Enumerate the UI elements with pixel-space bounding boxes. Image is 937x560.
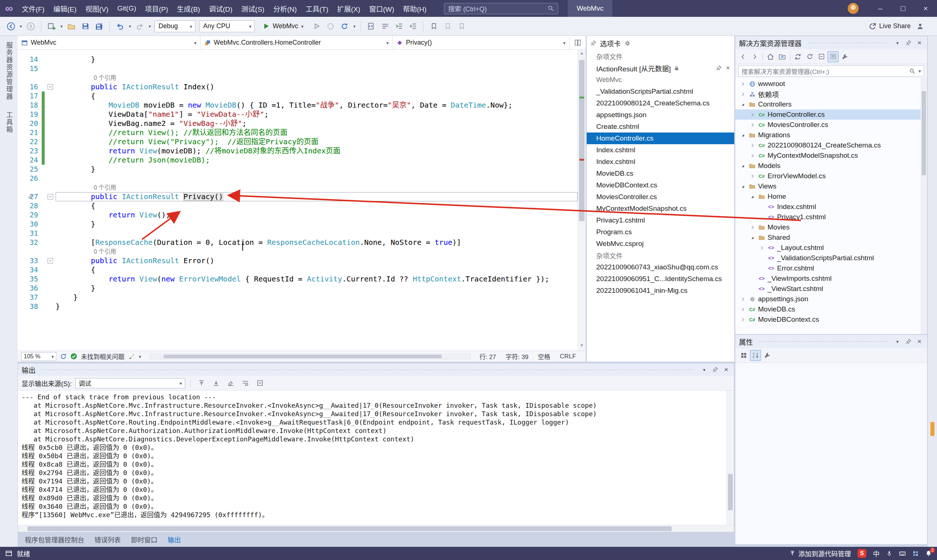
zoom-select[interactable]: 105 % <box>21 352 56 361</box>
user-avatar[interactable] <box>848 3 859 14</box>
codelens-row[interactable]: 0 个引用 <box>18 183 578 192</box>
editor-horizontal-scrollbar[interactable] <box>150 354 471 359</box>
menu-item-0[interactable]: 文件(F) <box>17 0 49 17</box>
properties-button[interactable] <box>839 51 850 62</box>
tab-item[interactable]: HomeController.cs <box>587 132 734 144</box>
tab-item[interactable]: WebMvc.csproj <box>587 238 734 249</box>
navigate-back-dropdown[interactable] <box>18 20 23 33</box>
window-position-dropdown[interactable] <box>894 39 902 47</box>
forward-button[interactable] <box>749 51 760 62</box>
indent-button[interactable] <box>392 20 406 33</box>
close-icon[interactable] <box>725 65 731 72</box>
tab-item[interactable]: 20221009060951_C...IdentitySchema.cs <box>587 273 734 285</box>
code-line[interactable]: 36 } <box>18 284 578 293</box>
panel-tab-2[interactable]: 即时窗口 <box>127 532 162 546</box>
line-operations-button[interactable] <box>378 20 392 33</box>
tab-item[interactable]: _ValidationScriptsPartial.cshtml <box>587 86 734 97</box>
live-share-button[interactable]: Live Share <box>879 22 911 30</box>
refresh-button[interactable] <box>804 51 815 62</box>
tree-item[interactable]: Home <box>735 191 927 202</box>
minimize-button[interactable]: – <box>869 0 892 17</box>
type-dropdown[interactable]: WebMvc.Controllers.HomeController <box>201 36 393 49</box>
chevron-right-icon[interactable] <box>739 81 746 87</box>
menu-item-7[interactable]: 测试(S) <box>237 0 269 17</box>
output-source-select[interactable]: 调试 <box>75 378 185 388</box>
chevron-expanded-icon[interactable] <box>739 163 746 169</box>
close-button[interactable]: × <box>914 0 937 17</box>
tree-item[interactable]: Shared <box>735 232 927 243</box>
menu-item-2[interactable]: 视图(V) <box>81 0 113 17</box>
ime-mode-indicator[interactable]: 中 <box>873 549 880 558</box>
close-icon[interactable] <box>915 39 923 47</box>
code-line[interactable]: 19 ViewData["name1"] = "ViewData--小舒"; <box>18 110 578 119</box>
collapse-all-button[interactable] <box>816 51 827 62</box>
menu-item-5[interactable]: 生成(B) <box>172 0 204 17</box>
chevron-expanded-icon[interactable] <box>748 235 756 240</box>
code-line[interactable]: 32 [ResponseCache(Duration = 0, Location… <box>18 238 578 247</box>
member-dropdown[interactable]: Privacy() <box>393 36 569 49</box>
tab-item[interactable]: Privacy1.cshtml <box>587 214 734 226</box>
navigate-back-button[interactable] <box>5 20 18 33</box>
chevron-expanded-icon[interactable] <box>739 184 746 189</box>
tree-item[interactable]: Models <box>735 161 927 171</box>
tab-item[interactable]: MyContextModelSnapshot.cs <box>587 203 734 214</box>
code-line[interactable]: 20 ViewBag.name2 = "ViewBag--小舒"; <box>18 119 578 128</box>
code-line[interactable]: 16− public IActionResult Index() <box>18 82 578 91</box>
tab-item[interactable]: 20221009061041_inin-Mig.cs <box>587 285 734 297</box>
code-line[interactable]: 21 //return View(); //默认返回和方法名同名的页面 <box>18 128 578 137</box>
hot-reload-button[interactable] <box>338 20 351 33</box>
tab-item[interactable]: MoviesController.cs <box>587 191 734 203</box>
close-icon[interactable] <box>722 366 730 374</box>
panel-tab-0[interactable]: 程序包管理器控制台 <box>20 532 89 546</box>
scrollbar-thumb[interactable] <box>728 474 733 510</box>
gear-icon[interactable] <box>625 40 631 46</box>
chevron-right-icon[interactable] <box>748 143 756 148</box>
split-view-button[interactable] <box>569 36 586 49</box>
toggle-bookmark-button[interactable] <box>427 20 440 33</box>
chevron-right-icon[interactable] <box>748 122 756 128</box>
code-line[interactable]: 30 } <box>18 220 578 229</box>
tab-item[interactable]: appsettings.json <box>587 109 734 121</box>
code-line[interactable]: 14 } <box>18 55 578 64</box>
chevron-expanded-icon[interactable] <box>748 194 756 200</box>
outdent-button[interactable] <box>406 20 420 33</box>
switch-views-button[interactable] <box>777 51 788 62</box>
editor-vertical-scrollbar[interactable] <box>578 50 586 351</box>
tree-item[interactable]: <>_Layout.cshtml <box>735 243 927 253</box>
tree-item[interactable]: C#MyContextModelSnapshot.cs <box>735 151 927 161</box>
code-line[interactable]: 29 return View(); <box>18 211 578 220</box>
new-project-dropdown[interactable] <box>59 20 64 33</box>
tree-item[interactable]: <>Error.cshtml <box>735 263 927 274</box>
tab-item[interactable]: Index.cshtml <box>587 144 734 156</box>
output-content[interactable]: --- End of stack trace from previous loc… <box>18 391 734 525</box>
scroll-down-icon[interactable] <box>578 343 586 349</box>
tree-item[interactable]: <>Privacy1.cshtml <box>735 212 927 222</box>
scrollbar-thumb[interactable] <box>922 91 926 175</box>
next-bookmark-button[interactable] <box>455 20 468 33</box>
tab-item[interactable]: 20221009080124_CreateSchema.cs <box>587 97 734 109</box>
menu-item-3[interactable]: Git(G) <box>113 0 140 17</box>
chevron-right-icon[interactable] <box>748 112 756 117</box>
property-pages-button[interactable] <box>762 350 773 361</box>
code-line[interactable]: 31 <box>18 229 578 238</box>
undo-button[interactable] <box>114 20 127 33</box>
solution-platforms-select[interactable]: Any CPU <box>199 20 255 32</box>
back-button[interactable] <box>737 51 748 62</box>
menu-item-8[interactable]: 分析(N) <box>269 0 301 17</box>
tree-item[interactable]: <>_ViewStart.cshtml <box>735 284 927 294</box>
code-cleanup-icon[interactable] <box>128 353 135 360</box>
tab-item[interactable]: Index.cshtml <box>587 156 734 168</box>
tab-item[interactable]: MovieDBContext.cs <box>587 179 734 191</box>
output-vertical-scrollbar[interactable] <box>726 391 734 525</box>
scrollbar-thumb[interactable] <box>28 526 672 531</box>
categorized-button[interactable] <box>738 350 749 361</box>
tree-item[interactable]: C#MoviesController.cs <box>735 120 927 130</box>
codelens-row[interactable]: 0 个引用 <box>18 247 578 256</box>
code-line[interactable]: 38} <box>18 302 578 311</box>
tree-item[interactable]: <>_ViewImports.cshtml <box>735 274 927 284</box>
chevron-right-icon[interactable] <box>739 317 746 323</box>
global-search-box[interactable]: 搜索 (Ctrl+Q) <box>444 3 558 14</box>
maximize-button[interactable]: □ <box>892 0 914 17</box>
chevron-right-icon[interactable] <box>748 153 756 158</box>
new-project-button[interactable] <box>45 20 58 33</box>
